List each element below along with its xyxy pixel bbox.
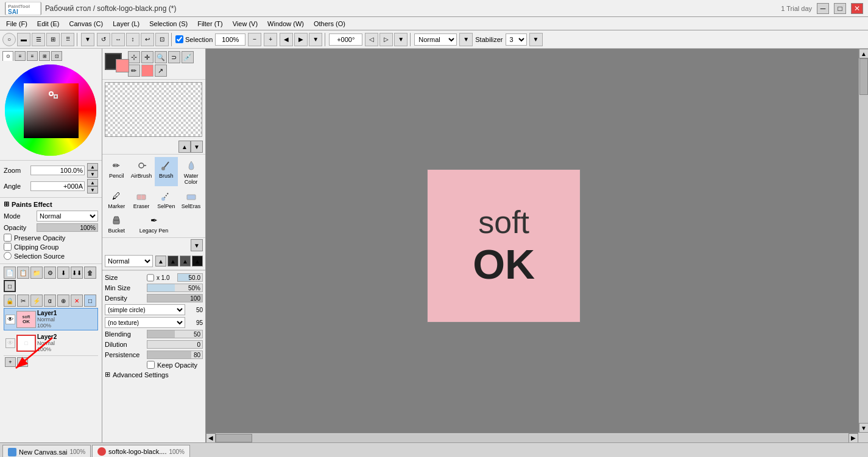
reset-btn[interactable]: ↩ (141, 33, 154, 46)
delete-layer-btn[interactable]: 🗑 (84, 267, 96, 279)
layer-item[interactable]: 👁 soft OK Layer1 Normal 100% (4, 308, 98, 330)
pencil-tool[interactable]: ✏ Pencil (105, 157, 129, 186)
select-tool-icon[interactable]: ⊹ (128, 51, 140, 63)
min-size-bar[interactable]: 50% (147, 284, 203, 292)
scroll-right-button[interactable]: ▶ (849, 433, 858, 443)
rot-btn2[interactable]: ▷ (379, 33, 393, 46)
color-indicator[interactable] (141, 65, 153, 77)
eyedropper-icon[interactable]: 💉 (182, 51, 194, 63)
layer-eye[interactable]: 👁 (5, 338, 15, 348)
layers-bottom-btn1[interactable]: + (5, 357, 16, 367)
eraser-tool[interactable]: Eraser (130, 187, 153, 211)
layers-bottom-btn2[interactable]: − (17, 357, 28, 367)
preserve-opacity-row[interactable]: Preserve Opacity (4, 234, 98, 242)
flip-v-btn[interactable]: ↕ (126, 33, 139, 46)
menu-edit[interactable]: Edit (E) (32, 19, 65, 29)
canvas-area[interactable]: soft OK ▲ ▼ ◀ ▶ (206, 49, 868, 442)
layer-eye[interactable]: 👁 (5, 315, 15, 324)
selection-label[interactable]: Selection (185, 36, 213, 43)
bm-icon1[interactable]: ▲ (155, 256, 166, 267)
hsv-wheel-btn[interactable]: ⊙ (2, 51, 13, 61)
zoom-inc-btn[interactable]: + (264, 33, 277, 46)
persistence-bar[interactable]: 80 (147, 351, 203, 359)
layer-item[interactable]: 👁 □ Layer2 Normal 100% (4, 332, 98, 354)
clipping-group-checkbox[interactable] (4, 243, 12, 251)
preserve-opacity-checkbox[interactable] (4, 234, 12, 242)
menu-window[interactable]: Window (W) (263, 19, 309, 29)
lasso-tool-icon[interactable]: ⊃ (168, 51, 180, 63)
stabilizer-select[interactable]: 3 (506, 33, 527, 46)
menu-view[interactable]: View (V) (228, 19, 263, 29)
marker-tool[interactable]: 🖊 Marker (105, 187, 129, 211)
menu-canvas[interactable]: Canvas (C) (65, 19, 108, 29)
clipping-group-label[interactable]: Clipping Group (14, 243, 58, 251)
bucket-tool[interactable]: Bucket (105, 212, 129, 235)
keep-opacity-checkbox[interactable] (147, 361, 155, 369)
clipping-group-row[interactable]: Clipping Group (4, 243, 98, 251)
folder-layer-btn[interactable]: 📁 (30, 267, 43, 279)
merge-down-btn[interactable]: ⬇ (57, 267, 69, 279)
scroll-down-btn[interactable]: ▼ (191, 141, 203, 153)
seleras-tool[interactable]: SelEras (179, 187, 203, 211)
advanced-settings-label[interactable]: Advanced Settings (113, 371, 169, 379)
color-pointer[interactable] (49, 91, 54, 96)
texture-select[interactable]: (no texture) (105, 317, 185, 328)
hsv-sliders-btn[interactable]: ≡ (27, 51, 38, 61)
close-button[interactable]: ✕ (851, 3, 863, 14)
pen-tool-icon[interactable]: ✏ (128, 65, 140, 77)
nav-btn3[interactable]: ▼ (309, 33, 322, 46)
list-brush-btn[interactable]: ☰ (32, 33, 45, 46)
tab-softok[interactable]: softok-logo-black.... 100% (92, 445, 190, 457)
menu-filter[interactable]: Filter (T) (192, 19, 228, 29)
restore-button[interactable]: □ (834, 3, 846, 14)
arrow-tool-icon[interactable]: ↗ (155, 65, 167, 77)
copy-layer-btn[interactable]: 📋 (17, 267, 29, 279)
rotate-left-btn[interactable]: ↺ (97, 33, 110, 46)
airbrush-tool[interactable]: AirBrush (130, 157, 153, 186)
stabilizer-down-btn[interactable]: ▼ (529, 33, 543, 46)
zoom-value[interactable]: 100.0% (30, 166, 85, 175)
selpen-tool[interactable]: SelPen (155, 187, 178, 211)
opacity-bar[interactable]: 100% (37, 223, 98, 232)
dots-brush-btn[interactable]: ⠿ (61, 33, 74, 46)
blend-down-btn[interactable]: ▼ (459, 33, 473, 46)
rot-btn1[interactable]: ◁ (365, 33, 378, 46)
tools-scroll-btn[interactable]: ▼ (191, 239, 203, 251)
scroll-thumb-h[interactable] (216, 434, 252, 442)
dilution-bar[interactable]: 0 (147, 340, 203, 349)
swatches-btn[interactable]: ⊡ (51, 51, 62, 61)
layer-blend-btn[interactable]: ⊕ (57, 295, 69, 307)
angle-value[interactable]: +000A (30, 181, 85, 191)
menu-selection[interactable]: Selection (S) (144, 19, 192, 29)
scroll-left-button[interactable]: ◀ (206, 433, 216, 443)
menu-layer[interactable]: Layer (L) (108, 19, 144, 29)
scroll-down-button[interactable]: ▼ (859, 423, 868, 433)
new-layer-btn[interactable]: 📄 (4, 267, 16, 279)
rotation-input[interactable]: +000° (329, 33, 362, 46)
layer-border-btn[interactable]: □ (4, 280, 16, 292)
palette-btn[interactable]: ⊞ (39, 51, 50, 61)
menu-file[interactable]: File (F) (1, 19, 32, 29)
zoom-dec-small-btn[interactable]: ▼ (87, 170, 98, 178)
move-tool-icon[interactable]: ✛ (141, 51, 153, 63)
layer-filter-btn[interactable]: ⚡ (30, 295, 43, 307)
selection-source-row[interactable]: Selection Source (4, 252, 98, 260)
blending-bar[interactable]: 50 (147, 330, 203, 338)
nav-btn1[interactable]: ◀ (280, 33, 293, 46)
tab-new-canvas[interactable]: New Canvas.sai 100% (2, 445, 91, 457)
scroll-up-btn[interactable]: ▲ (178, 141, 191, 153)
selection-checkbox[interactable] (175, 35, 183, 43)
color-wheel-container[interactable] (4, 63, 98, 158)
brush-mode-select[interactable]: Normal (105, 255, 153, 267)
paints-effect-header[interactable]: ⊞ Paints Effect (4, 200, 98, 208)
blend-mode-select[interactable]: Normal (414, 33, 457, 46)
zoom-input[interactable]: 100% (215, 33, 245, 46)
zoom-tool-icon[interactable]: 🔍 (155, 51, 167, 63)
size-checkbox[interactable] (147, 274, 154, 282)
shape-select[interactable]: (simple circle) (105, 304, 185, 315)
scroll-thumb-v[interactable] (859, 58, 868, 95)
circle-brush-btn[interactable]: ○ (2, 33, 16, 46)
canvas-scroll-horizontal[interactable]: ◀ ▶ (206, 433, 858, 442)
background-swatch[interactable] (116, 59, 129, 72)
zoom-dec-btn[interactable]: − (248, 33, 261, 46)
